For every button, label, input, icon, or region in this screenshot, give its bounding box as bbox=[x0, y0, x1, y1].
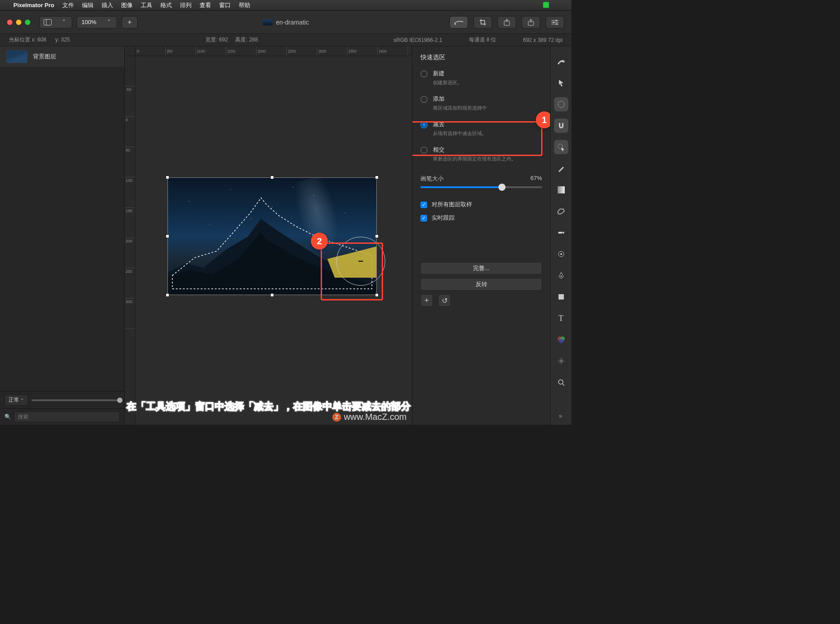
annotation-badge-2: 2 bbox=[311, 233, 328, 250]
menu-arrange[interactable]: 排列 bbox=[180, 1, 192, 9]
app-name[interactable]: Pixelmator Pro bbox=[13, 2, 54, 8]
bit-depth: 每通道 8 位 bbox=[469, 36, 496, 44]
svg-point-22 bbox=[559, 339, 563, 343]
inspector-toggle[interactable] bbox=[546, 16, 564, 29]
app-toolbar: ˅ 100% ˅ + en-dramatic bbox=[0, 11, 571, 34]
brush-size-value: 67% bbox=[530, 175, 542, 183]
svg-point-11 bbox=[558, 101, 564, 107]
svg-rect-0 bbox=[44, 19, 52, 25]
invert-button[interactable]: 反转 bbox=[420, 278, 542, 291]
menu-window[interactable]: 窗口 bbox=[219, 1, 231, 9]
tool-zoom[interactable] bbox=[554, 375, 568, 390]
layers-search-input[interactable] bbox=[14, 411, 120, 422]
ruler-horizontal: 0|50|100|150|200|250|300|350|400 bbox=[135, 46, 412, 56]
zoom-dropdown-icon: ˅ bbox=[101, 16, 117, 28]
menu-image[interactable]: 图像 bbox=[121, 1, 133, 9]
color-profile: sRGB IEC61966-2.1 bbox=[394, 37, 442, 43]
check-sample-all-layers[interactable]: ✓ 对所有图层取样 bbox=[420, 201, 542, 209]
tool-strip: T » bbox=[550, 46, 571, 425]
tool-effects[interactable] bbox=[554, 354, 568, 368]
window-controls bbox=[7, 20, 30, 25]
close-window-button[interactable] bbox=[7, 20, 12, 25]
tool-quick-select[interactable] bbox=[554, 140, 568, 154]
radio-icon bbox=[420, 70, 428, 78]
tool-arrange[interactable] bbox=[554, 76, 568, 90]
tool-type[interactable]: T bbox=[554, 311, 568, 325]
panel-title: 快速选区 bbox=[420, 53, 542, 62]
tool-shape[interactable] bbox=[554, 290, 568, 304]
annotation-box-1 bbox=[412, 121, 542, 156]
tool-marquee-select[interactable] bbox=[554, 97, 568, 111]
menu-file[interactable]: 文件 bbox=[62, 1, 74, 9]
layer-item[interactable]: 背景图层 bbox=[0, 46, 124, 67]
watermark: Z www.MacZ.com bbox=[332, 412, 407, 422]
svg-rect-14 bbox=[558, 232, 563, 234]
svg-point-15 bbox=[563, 232, 564, 234]
opacity-slider[interactable] bbox=[32, 399, 120, 401]
menu-help[interactable]: 帮助 bbox=[239, 1, 250, 9]
search-icon: 🔍 bbox=[4, 414, 11, 420]
tool-clone[interactable] bbox=[554, 247, 568, 261]
svg-point-2 bbox=[455, 23, 456, 25]
image-dims: 692 x 389 72 dpi bbox=[523, 37, 563, 43]
svg-rect-19 bbox=[559, 294, 564, 300]
share-button[interactable] bbox=[522, 16, 540, 29]
cursor-position: 光标位置 x: 608 y: 325 bbox=[9, 36, 70, 44]
layer-name: 背景图层 bbox=[33, 53, 56, 61]
macos-menubar: Pixelmator Pro 文件 编辑 插入 图像 工具 格式 排列 查看 窗… bbox=[0, 0, 571, 11]
ruler-corner bbox=[125, 46, 135, 56]
minimize-window-button[interactable] bbox=[16, 20, 21, 25]
tool-erase[interactable] bbox=[554, 204, 568, 218]
annotation-box-2 bbox=[321, 242, 383, 300]
add-button[interactable]: + bbox=[122, 16, 138, 29]
menu-insert[interactable]: 插入 bbox=[102, 1, 113, 9]
tool-style[interactable] bbox=[554, 54, 568, 69]
sidebar-dropdown[interactable]: ˅ bbox=[56, 16, 72, 28]
layer-thumb-icon bbox=[6, 50, 28, 63]
tool-repair[interactable] bbox=[554, 226, 568, 240]
checkbox-icon: ✓ bbox=[420, 201, 427, 208]
presets-button[interactable] bbox=[449, 16, 468, 29]
crop-button[interactable] bbox=[473, 16, 492, 29]
svg-point-10 bbox=[556, 23, 558, 25]
document-thumb-icon bbox=[263, 19, 273, 25]
zoom-control[interactable]: 100% ˅ bbox=[77, 16, 117, 29]
dimensions: 宽度: 692 高度: 288 bbox=[205, 36, 258, 44]
zoom-value: 100% bbox=[77, 19, 101, 25]
check-live-tracking[interactable]: ✓ 实时跟踪 bbox=[420, 214, 542, 222]
menu-format[interactable]: 格式 bbox=[160, 1, 172, 9]
tutorial-caption: 在「工具选项」窗口中选择「减去」，在图像中单击要减去的部分 bbox=[126, 400, 411, 413]
svg-line-24 bbox=[563, 384, 564, 386]
mode-new[interactable]: 新建 创建新选区。 bbox=[420, 70, 542, 86]
menu-view[interactable]: 查看 bbox=[200, 1, 211, 9]
svg-point-9 bbox=[553, 21, 555, 23]
svg-point-18 bbox=[560, 276, 562, 277]
tool-options-panel: 快速选区 新建 创建新选区。 添加 将区域添加到现有选择中 减去 bbox=[412, 46, 550, 425]
brush-size-slider[interactable] bbox=[420, 186, 542, 188]
tool-gradient[interactable] bbox=[554, 183, 568, 197]
running-indicator-icon bbox=[543, 2, 549, 8]
sidebar-toggle-segment: ˅ bbox=[39, 16, 72, 29]
tool-pen[interactable] bbox=[554, 268, 568, 283]
layers-panel: 背景图层 正常 ⌃ 🔍 bbox=[0, 46, 125, 425]
refine-button[interactable]: 完善... bbox=[420, 262, 542, 275]
export-button[interactable] bbox=[497, 16, 516, 29]
blend-mode-select[interactable]: 正常 ⌃ bbox=[4, 394, 28, 406]
canvas[interactable]: 0|50|100|150|200|250|300|350|400 -500501… bbox=[125, 46, 412, 425]
tool-color-adjust[interactable] bbox=[554, 333, 568, 347]
search-row: 🔍 bbox=[0, 408, 124, 425]
tool-magnet-select[interactable] bbox=[554, 119, 568, 133]
tool-strip-more-icon[interactable]: » bbox=[556, 412, 567, 419]
mode-add[interactable]: 添加 将区域添加到现有选择中 bbox=[420, 95, 542, 111]
tool-paint[interactable] bbox=[554, 161, 568, 176]
layers-panel-toggle[interactable] bbox=[40, 16, 56, 28]
watermark-logo-icon: Z bbox=[332, 413, 341, 422]
info-bar: 光标位置 x: 608 y: 325 宽度: 692 高度: 288 sRGB … bbox=[0, 34, 571, 46]
panel-add-button[interactable]: + bbox=[420, 294, 433, 307]
maximize-window-button[interactable] bbox=[25, 20, 30, 25]
document-title-text: en-dramatic bbox=[276, 19, 309, 26]
menu-edit[interactable]: 编辑 bbox=[82, 1, 94, 9]
blend-row: 正常 ⌃ bbox=[0, 391, 124, 408]
menu-tools[interactable]: 工具 bbox=[141, 1, 152, 9]
panel-reset-button[interactable]: ↺ bbox=[438, 294, 451, 307]
